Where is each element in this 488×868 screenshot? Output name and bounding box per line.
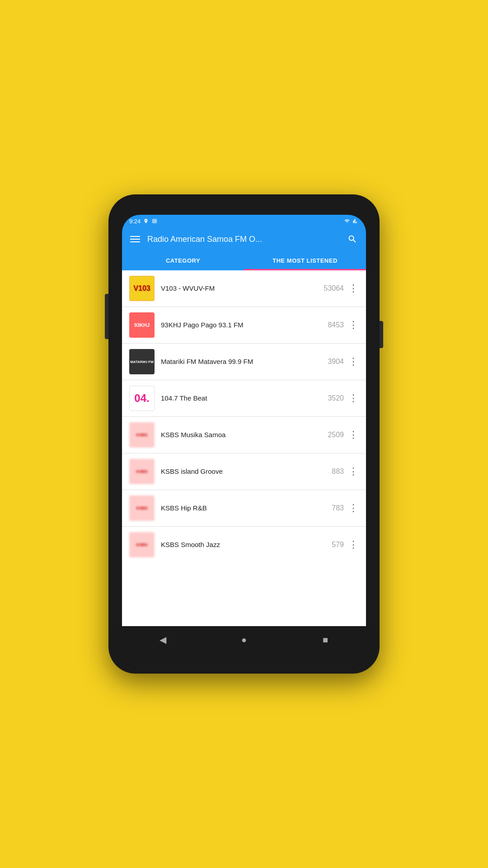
station-row[interactable]: KSBS KSBS Musika Samoa 2509 ⋮ [122, 417, 366, 453]
svg-rect-2 [155, 220, 156, 221]
station-row[interactable]: 93KHJ 93KHJ Pago Pago 93.1 FM 8453 ⋮ [122, 307, 366, 344]
app-title: Radio American Samoa FM O... [147, 235, 340, 244]
tab-most-listened-label: THE MOST LISTENED [272, 257, 338, 264]
station-count: 2509 [319, 431, 344, 439]
station-row[interactable]: KSBS KSBS Smooth Jazz 579 ⋮ [122, 527, 366, 563]
home-icon: ● [241, 635, 247, 645]
svg-rect-3 [153, 222, 155, 222]
more-options-button[interactable]: ⋮ [347, 465, 359, 478]
tab-category-label: CATEGORY [166, 257, 200, 264]
station-row[interactable]: V103 V103 - WVUV-FM 53064 ⋮ [122, 270, 366, 307]
station-name: KSBS Musika Samoa [161, 431, 225, 439]
station-info: KSBS Smooth Jazz [161, 541, 319, 549]
svg-rect-0 [153, 219, 157, 223]
more-options-button[interactable]: ⋮ [347, 392, 359, 405]
gps-icon [143, 218, 149, 224]
station-logo: 04. [129, 386, 155, 411]
station-name: KSBS Smooth Jazz [161, 541, 220, 548]
home-button[interactable]: ● [235, 631, 253, 649]
more-options-button[interactable]: ⋮ [347, 355, 359, 368]
station-name: 93KHJ Pago Pago 93.1 FM [161, 321, 244, 329]
signal-icon [352, 218, 359, 224]
station-info: KSBS Hip R&B [161, 504, 319, 512]
status-bar: 9:24 [122, 215, 366, 227]
station-name: KSBS Hip R&B [161, 504, 207, 512]
more-options-button[interactable]: ⋮ [347, 501, 359, 515]
more-options-button[interactable]: ⋮ [347, 428, 359, 442]
recents-icon: ■ [323, 635, 328, 645]
station-row[interactable]: KSBS KSBS island Groove 883 ⋮ [122, 453, 366, 490]
station-info: Matariki FM Matavera 99.9 FM [161, 358, 319, 366]
station-count: 883 [319, 467, 344, 476]
station-logo: 93KHJ [129, 312, 155, 338]
station-count: 3904 [319, 358, 344, 366]
phone-frame: 9:24 [108, 194, 380, 674]
station-logo: V103 [129, 276, 155, 301]
more-options-button[interactable]: ⋮ [347, 282, 359, 295]
station-logo: KSBS [129, 495, 155, 521]
tab-category[interactable]: CATEGORY [122, 251, 244, 270]
station-logo: KSBS [129, 422, 155, 448]
station-list: V103 V103 - WVUV-FM 53064 ⋮ 93KHJ 93KHJ … [122, 270, 366, 626]
back-button[interactable]: ◀ [154, 631, 172, 649]
recents-button[interactable]: ■ [316, 631, 334, 649]
station-row[interactable]: KSBS KSBS Hip R&B 783 ⋮ [122, 490, 366, 527]
station-count: 579 [319, 541, 344, 549]
station-count: 8453 [319, 321, 344, 329]
station-row[interactable]: 04. 104.7 The Beat 3520 ⋮ [122, 380, 366, 417]
station-name: Matariki FM Matavera 99.9 FM [161, 358, 253, 365]
station-name: V103 - WVUV-FM [161, 284, 215, 292]
status-left: 9:24 [129, 218, 158, 225]
sim-icon [151, 218, 158, 224]
station-name: 104.7 The Beat [161, 394, 207, 402]
svg-rect-4 [155, 222, 156, 222]
app-bar: Radio American Samoa FM O... [122, 227, 366, 251]
status-right [343, 218, 359, 224]
search-button[interactable] [346, 233, 359, 245]
back-icon: ◀ [160, 634, 166, 645]
station-count: 53064 [319, 284, 344, 292]
station-info: KSBS island Groove [161, 467, 319, 476]
station-logo: KSBS [129, 459, 155, 484]
station-info: V103 - WVUV-FM [161, 284, 319, 292]
station-logo: MATARIKI FM [129, 349, 155, 374]
hamburger-line-1 [130, 236, 140, 237]
search-icon [347, 234, 357, 244]
more-options-button[interactable]: ⋮ [347, 318, 359, 332]
station-info: 93KHJ Pago Pago 93.1 FM [161, 321, 319, 329]
station-logo: KSBS [129, 532, 155, 557]
tab-bar: CATEGORY THE MOST LISTENED [122, 251, 366, 270]
station-info: 104.7 The Beat [161, 394, 319, 402]
hamburger-line-2 [130, 239, 140, 240]
more-options-button[interactable]: ⋮ [347, 538, 359, 552]
nav-bar: ◀ ● ■ [122, 626, 366, 653]
menu-button[interactable] [129, 235, 141, 243]
phone-screen: 9:24 [122, 215, 366, 653]
wifi-icon [343, 218, 351, 224]
station-count: 3520 [319, 394, 344, 402]
station-info: KSBS Musika Samoa [161, 431, 319, 439]
hamburger-line-3 [130, 241, 140, 242]
tab-most-listened[interactable]: THE MOST LISTENED [244, 251, 366, 270]
station-count: 783 [319, 504, 344, 512]
svg-rect-1 [153, 220, 155, 221]
station-row[interactable]: MATARIKI FM Matariki FM Matavera 99.9 FM… [122, 344, 366, 380]
status-time: 9:24 [129, 218, 141, 225]
station-name: KSBS island Groove [161, 467, 223, 475]
